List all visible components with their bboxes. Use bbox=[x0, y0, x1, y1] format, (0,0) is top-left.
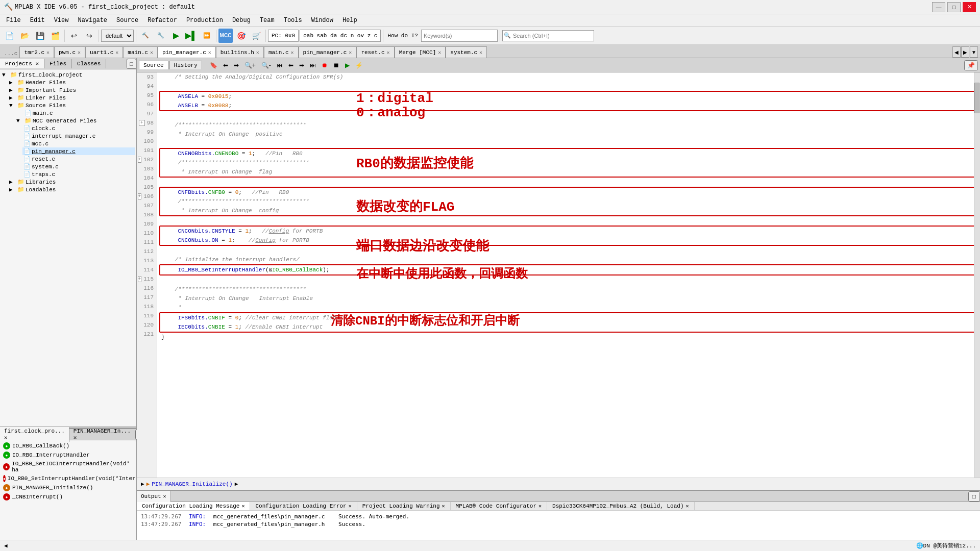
next-bookmark-button[interactable]: ➡ bbox=[231, 61, 241, 70]
ot-project-warning[interactable]: Project Loading Warning ✕ bbox=[357, 502, 451, 510]
tab-mainc2-close[interactable]: ✕ bbox=[291, 49, 294, 56]
minimize-button[interactable]: — bbox=[932, 2, 945, 12]
live-button[interactable]: ▶ bbox=[342, 61, 352, 70]
func-item-cnbinterrupt[interactable]: ● _CNBInterrupt() bbox=[1, 492, 135, 502]
menu-window[interactable]: Window bbox=[307, 16, 337, 25]
ot-config-loading[interactable]: Configuration Loading Message ✕ bbox=[137, 502, 250, 510]
tab-builtins[interactable]: builtins.h ✕ bbox=[216, 46, 264, 58]
panel-tab-projects[interactable]: Projects ✕ bbox=[0, 59, 44, 68]
run-button[interactable]: ▶ bbox=[169, 29, 183, 43]
breadcrumb-function[interactable]: PIN_MANAGER_Initialize() bbox=[152, 481, 232, 487]
menu-tools[interactable]: Tools bbox=[280, 16, 306, 25]
menu-navigate[interactable]: Navigate bbox=[74, 16, 111, 25]
menu-help[interactable]: Help bbox=[338, 16, 361, 25]
redo-button[interactable]: ↪ bbox=[82, 29, 96, 43]
tab-mainc1[interactable]: main.c ✕ bbox=[123, 46, 158, 58]
menu-team[interactable]: Team bbox=[256, 16, 279, 25]
tab-pwmc[interactable]: pwm.c ✕ bbox=[54, 46, 85, 58]
build-button[interactable]: 🔨 bbox=[138, 29, 153, 43]
bp-tab-output-close[interactable]: ✕ bbox=[163, 493, 166, 499]
editor-tab-history[interactable]: History bbox=[169, 61, 202, 69]
bottom-tab-project[interactable]: first_clock_pro... ✕ bbox=[0, 427, 69, 442]
left-panel-close-button[interactable]: □ bbox=[127, 59, 136, 69]
tab-mainc1-close[interactable]: ✕ bbox=[150, 49, 153, 56]
tab-scroll-right[interactable]: ▶ bbox=[961, 46, 969, 58]
ot-config-error[interactable]: Configuration Loading Error ✕ bbox=[250, 502, 357, 510]
func-item-interrupt-handler[interactable]: ● IO_RB0_InterruptHandler bbox=[1, 450, 135, 460]
ot-project-warning-close[interactable]: ✕ bbox=[442, 503, 445, 509]
pin-button[interactable]: 📌 bbox=[964, 60, 978, 70]
func-item-callback[interactable]: ● IO_RB0_CallBack() bbox=[1, 441, 135, 450]
tab-builtins-close[interactable]: ✕ bbox=[256, 49, 259, 56]
undo-button[interactable]: ↩ bbox=[67, 29, 81, 43]
bp-tab-output[interactable]: Output ✕ bbox=[137, 491, 171, 502]
ot-build-load-close[interactable]: ✕ bbox=[686, 503, 689, 509]
tree-row-trapsc[interactable]: 📄 traps.c bbox=[22, 170, 135, 178]
ot-mplab-code-close[interactable]: ✕ bbox=[538, 503, 542, 509]
ot-mplab-code[interactable]: MPLAB® Code Configurator ✕ bbox=[451, 502, 547, 510]
tab-pwmc-close[interactable]: ✕ bbox=[78, 49, 81, 56]
tab-systemc[interactable]: system.c ✕ bbox=[446, 46, 487, 58]
fold-btn-98[interactable]: + bbox=[139, 120, 145, 126]
tab-resetc[interactable]: reset.c ✕ bbox=[356, 46, 394, 58]
menu-refactor[interactable]: Refactor bbox=[143, 16, 181, 25]
bottom-tab-pin-manager[interactable]: PIN_MANAGER_In... ✕ bbox=[69, 427, 135, 442]
panel-tab-classes[interactable]: Classes bbox=[72, 59, 106, 68]
func-item-pin-manager-init[interactable]: ● PIN_MANAGER_Initialize() bbox=[1, 483, 135, 492]
panel-tab-files[interactable]: Files bbox=[44, 59, 72, 68]
tree-row-mainc[interactable]: 📄 main.c bbox=[15, 109, 135, 117]
menu-edit[interactable]: Edit bbox=[26, 16, 49, 25]
tree-row-important-files[interactable]: ▶ 📁 Important Files bbox=[8, 86, 135, 94]
menu-source[interactable]: Source bbox=[112, 16, 142, 25]
how-do-i-input[interactable] bbox=[421, 30, 498, 42]
menu-production[interactable]: Production bbox=[182, 16, 227, 25]
clean-build-button[interactable]: 🔧 bbox=[154, 29, 168, 43]
diff-button[interactable]: ⚡ bbox=[353, 61, 365, 70]
fold-btn-102[interactable]: + bbox=[138, 157, 141, 163]
ot-config-loading-close[interactable]: ✕ bbox=[241, 503, 244, 509]
tab-dropdown[interactable]: ▼ bbox=[970, 46, 978, 58]
code-content[interactable]: /* Setting the Analog/Digital Configurat… bbox=[157, 72, 980, 478]
tab-mainc2[interactable]: main.c ✕ bbox=[264, 46, 299, 58]
ot-build-load[interactable]: Dspic33CK64MP102_Pmbus_A2 (Build, Load) … bbox=[547, 502, 694, 510]
fold-btn-106[interactable]: + bbox=[138, 193, 141, 199]
fold-btn-115[interactable]: + bbox=[138, 276, 141, 282]
tree-row-interrupt-managerc[interactable]: 📄 interrupt_manager.c bbox=[22, 132, 135, 140]
tab-uart1c[interactable]: uart1.c ✕ bbox=[85, 46, 123, 58]
func-item-setinterrupt[interactable]: ● IO_RB0_SetInterruptHandler(void(*Inter… bbox=[1, 474, 135, 483]
config-select[interactable]: default bbox=[101, 30, 134, 42]
record-button[interactable]: ⏺ bbox=[319, 61, 330, 70]
tab-pin-manager2-close[interactable]: ✕ bbox=[349, 49, 352, 56]
tree-row-systemc[interactable]: 📄 system.c bbox=[22, 163, 135, 170]
bottom-panel-close-button[interactable]: □ bbox=[968, 491, 980, 502]
ot-config-error-close[interactable]: ✕ bbox=[349, 503, 352, 509]
tab-merge-mcc[interactable]: Merge [MCC] ✕ bbox=[395, 46, 446, 58]
tree-row-pin-managerc[interactable]: 📄 pin_manager.c bbox=[22, 147, 135, 155]
tree-row-root[interactable]: ▼ 📁 first_clock_project bbox=[1, 71, 135, 79]
tab-systemc-close[interactable]: ✕ bbox=[479, 49, 482, 56]
save-button[interactable]: 💾 bbox=[33, 29, 47, 43]
tree-row-mcc-generated[interactable]: ▼ 📁 MCC Generated Files bbox=[15, 117, 135, 124]
save-all-button[interactable]: 🗂️ bbox=[48, 29, 62, 43]
tree-row-resetc[interactable]: 📄 reset.c bbox=[22, 155, 135, 163]
editor-tab-source[interactable]: Source bbox=[139, 61, 168, 69]
tab-scroll-left[interactable]: ◀ bbox=[952, 46, 961, 58]
step-over-button[interactable]: ⏭ bbox=[307, 61, 318, 70]
continue-button[interactable]: ⏩ bbox=[200, 29, 214, 43]
close-button[interactable]: ✕ bbox=[963, 2, 976, 12]
tree-row-source-files[interactable]: ▼ 📁 Source Files bbox=[8, 102, 135, 109]
prev-bookmark-button[interactable]: ⬅ bbox=[220, 61, 231, 70]
tab-uart1c-close[interactable]: ✕ bbox=[115, 49, 118, 56]
menu-view[interactable]: View bbox=[50, 16, 73, 25]
menu-file[interactable]: File bbox=[2, 16, 25, 25]
debug-button[interactable]: ▶▌ bbox=[184, 29, 199, 43]
shop-button[interactable]: 🛒 bbox=[249, 29, 263, 43]
tab-tmr2c[interactable]: tmr2.c ✕ bbox=[19, 46, 54, 58]
tree-row-clockc[interactable]: 📄 clock.c bbox=[22, 124, 135, 132]
menu-debug[interactable]: Debug bbox=[228, 16, 255, 25]
tab-pin-manager[interactable]: pin_manager.c ✕ bbox=[158, 46, 216, 58]
step-back-button[interactable]: ⬅ bbox=[286, 61, 296, 70]
tab-tmr2c-close[interactable]: ✕ bbox=[46, 49, 50, 56]
step-fwd-button[interactable]: ➡ bbox=[297, 61, 307, 70]
tab-pin-manager2[interactable]: pin_manager.c ✕ bbox=[299, 46, 357, 58]
